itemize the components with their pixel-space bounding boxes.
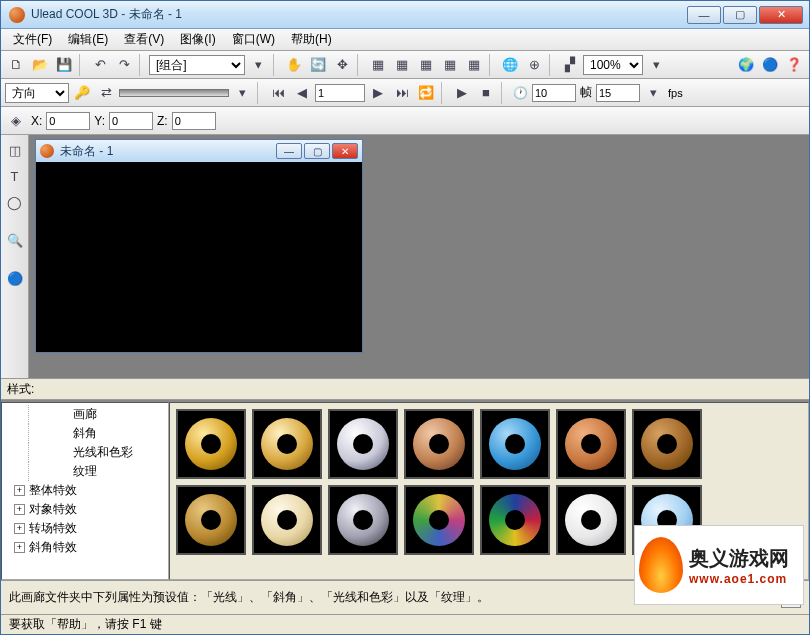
render1-icon[interactable]: ▦	[367, 54, 389, 76]
redo-icon[interactable]: ↷	[113, 54, 135, 76]
loop-icon[interactable]: 🔁	[415, 82, 437, 104]
doc-close-button[interactable]: ✕	[332, 143, 358, 159]
undo-icon[interactable]: ↶	[89, 54, 111, 76]
expand-icon[interactable]: +	[14, 523, 25, 534]
menu-file[interactable]: 文件(F)	[5, 29, 60, 50]
globe2-icon[interactable]: 🌍	[735, 54, 757, 76]
prev-frame-icon[interactable]: ◀	[291, 82, 313, 104]
thumb-9[interactable]	[252, 485, 322, 555]
link-icon[interactable]: ⇄	[95, 82, 117, 104]
dropdown-icon[interactable]: ▾	[247, 54, 269, 76]
document-window[interactable]: 未命名 - 1 — ▢ ✕	[35, 139, 363, 353]
doc-minimize-button[interactable]: —	[276, 143, 302, 159]
rotate-icon[interactable]: 🔄	[307, 54, 329, 76]
tree-fx3[interactable]: +转场特效	[2, 519, 168, 538]
tree-bevel[interactable]: 斜角	[28, 424, 168, 443]
menubar: 文件(F) 编辑(E) 查看(V) 图像(I) 窗口(W) 帮助(H)	[1, 29, 809, 51]
play-icon[interactable]: ▶	[451, 82, 473, 104]
hand-icon[interactable]: ✋	[283, 54, 305, 76]
doc-maximize-button[interactable]: ▢	[304, 143, 330, 159]
open-icon[interactable]: 📂	[29, 54, 51, 76]
globe-icon[interactable]: 🌐	[499, 54, 521, 76]
move-icon[interactable]: ✥	[331, 54, 353, 76]
web2-icon[interactable]: 🔵	[759, 54, 781, 76]
object-combo[interactable]: [组合]	[149, 55, 245, 75]
gallery-tree[interactable]: 画廊 斜角 光线和色彩 纹理 +整体特效 +对象特效 +转场特效 +斜角特效	[1, 402, 169, 580]
status-text: 要获取「帮助」，请按 F1 键	[9, 616, 162, 633]
thumb-3[interactable]	[328, 409, 398, 479]
minimize-button[interactable]: —	[687, 6, 721, 24]
first-frame-icon[interactable]: ⏮	[267, 82, 289, 104]
total-frames-input[interactable]	[532, 84, 576, 102]
tree-light[interactable]: 光线和色彩	[28, 443, 168, 462]
z-input[interactable]	[172, 112, 216, 130]
thumb-10[interactable]	[328, 485, 398, 555]
tool1-icon[interactable]: ◫	[4, 139, 26, 161]
web-icon[interactable]: ⊕	[523, 54, 545, 76]
tree-fx4[interactable]: +斜角特效	[2, 538, 168, 557]
tree-fx2[interactable]: +对象特效	[2, 500, 168, 519]
help-icon[interactable]: ❓	[783, 54, 805, 76]
y-label: Y:	[92, 114, 107, 128]
render4-icon[interactable]: ▦	[439, 54, 461, 76]
menu-help[interactable]: 帮助(H)	[283, 29, 340, 50]
stop-icon[interactable]: ■	[475, 82, 497, 104]
thumb-4[interactable]	[404, 409, 474, 479]
tree-texture[interactable]: 纹理	[28, 462, 168, 481]
doc-title: 未命名 - 1	[60, 143, 276, 160]
fps-input[interactable]	[596, 84, 640, 102]
expand-icon[interactable]: +	[14, 542, 25, 553]
save-icon[interactable]: 💾	[53, 54, 75, 76]
shape-tool-icon[interactable]: ◯	[4, 191, 26, 213]
render2-icon[interactable]: ▦	[391, 54, 413, 76]
maximize-button[interactable]: ▢	[723, 6, 757, 24]
zoom-dropdown-icon[interactable]: ▾	[645, 54, 667, 76]
menu-window[interactable]: 窗口(W)	[224, 29, 283, 50]
current-frame-input[interactable]	[315, 84, 365, 102]
render-canvas[interactable]	[36, 162, 362, 352]
tree-gallery[interactable]: 画廊	[28, 405, 168, 424]
thumb-11[interactable]	[404, 485, 474, 555]
titlebar: Ulead COOL 3D - 未命名 - 1 — ▢ ✕	[1, 1, 809, 29]
slider-dropdown-icon[interactable]: ▾	[231, 82, 253, 104]
doc-icon	[40, 144, 54, 158]
y-input[interactable]	[109, 112, 153, 130]
expand-icon[interactable]: +	[14, 504, 25, 515]
frame-label: 帧	[578, 84, 594, 101]
fps-dropdown-icon[interactable]: ▾	[642, 82, 664, 104]
thumb-12[interactable]	[480, 485, 550, 555]
thumb-5[interactable]	[480, 409, 550, 479]
app-icon	[9, 7, 25, 23]
xyz-icon[interactable]: ◈	[5, 110, 27, 132]
zoom-combo[interactable]: 100%	[583, 55, 643, 75]
expand-icon[interactable]: +	[14, 485, 25, 496]
menu-image[interactable]: 图像(I)	[172, 29, 223, 50]
workspace: 未命名 - 1 — ▢ ✕	[29, 135, 809, 378]
timeline-slider[interactable]	[119, 89, 229, 97]
magnifier-icon[interactable]: 🔍	[4, 229, 26, 251]
last-frame-icon[interactable]: ⏭	[391, 82, 413, 104]
text-tool-icon[interactable]: T	[4, 165, 26, 187]
keyframe-icon[interactable]: 🔑	[71, 82, 93, 104]
thumb-13[interactable]	[556, 485, 626, 555]
new-icon[interactable]: 🗋	[5, 54, 27, 76]
sphere-icon[interactable]: 🔵	[4, 267, 26, 289]
next-frame-icon[interactable]: ▶	[367, 82, 389, 104]
thumb-1[interactable]	[176, 409, 246, 479]
direction-combo[interactable]: 方向	[5, 83, 69, 103]
x-input[interactable]	[46, 112, 90, 130]
thumb-2[interactable]	[252, 409, 322, 479]
thumb-8[interactable]	[176, 485, 246, 555]
tree-fx1[interactable]: +整体特效	[2, 481, 168, 500]
render5-icon[interactable]: ▦	[463, 54, 485, 76]
menu-edit[interactable]: 编辑(E)	[60, 29, 116, 50]
style-label: 样式:	[7, 381, 34, 398]
menu-view[interactable]: 查看(V)	[116, 29, 172, 50]
thumb-7[interactable]	[632, 409, 702, 479]
close-button[interactable]: ✕	[759, 6, 803, 24]
render3-icon[interactable]: ▦	[415, 54, 437, 76]
checker-icon[interactable]: ▞	[559, 54, 581, 76]
x-label: X:	[29, 114, 44, 128]
thumb-6[interactable]	[556, 409, 626, 479]
footer-text: 此画廊文件夹中下列属性为预设值：「光线」、「斜角」、「光线和色彩」以及「纹理」。	[9, 589, 489, 606]
